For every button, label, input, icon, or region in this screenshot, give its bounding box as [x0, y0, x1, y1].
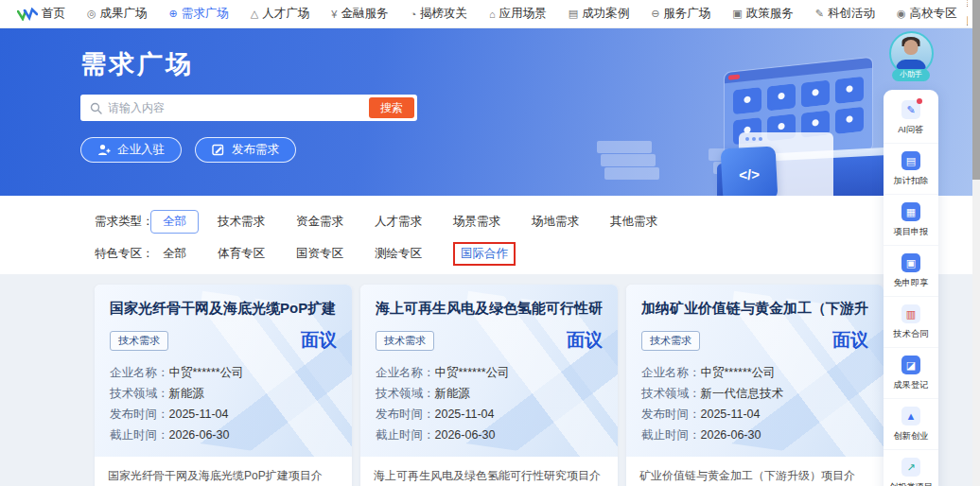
search-icon: [90, 102, 102, 114]
finance-icon: ¥: [331, 9, 337, 20]
field-company: 企业名称：中贸******公司: [110, 362, 337, 383]
filter-zone-international[interactable]: 国际合作: [461, 247, 508, 260]
nav-item-cases[interactable]: ▤ 成功案例: [569, 6, 629, 22]
demand-card-3[interactable]: 加纳矿业价值链与黄金加工（下游升... 技术需求 面议 企业名称：中贸*****…: [626, 285, 884, 486]
page-scrollbar-thumb[interactable]: [972, 0, 980, 180]
talents-icon: △: [251, 8, 258, 20]
field-publish-date: 发布时间：2025-11-04: [641, 404, 868, 425]
filter-type-all[interactable]: 全部: [150, 210, 199, 234]
filter-zone-all[interactable]: 全部: [163, 246, 186, 262]
publish-demand-label: 发布需求: [232, 142, 279, 158]
demands-icon: ⊕: [169, 8, 178, 20]
sidebar-item-venture-project[interactable]: ↗ 创投类项目: [884, 449, 938, 486]
search-bar: 搜索: [80, 95, 417, 121]
price-label: 面议: [301, 328, 337, 353]
assistant-badge[interactable]: 小助手: [892, 69, 930, 81]
enterprise-join-label: 企业入驻: [117, 142, 165, 158]
challenge-icon: ◔: [410, 9, 416, 20]
filter-zone-surveying[interactable]: 测绘专区: [375, 246, 422, 262]
card-title: 国家光纤骨干网及海底光缆PoP扩建: [110, 300, 337, 318]
policy-icon: ▣: [732, 8, 742, 20]
nav-item-policy[interactable]: ▣ 政策服务: [732, 6, 793, 22]
project-apply-icon: ▦: [901, 202, 920, 221]
demand-card-list: 国家光纤骨干网及海底光缆PoP扩建 技术需求 面议 企业名称：中贸******公…: [0, 274, 980, 486]
nav-item-demands[interactable]: ⊕ 需求广场: [169, 6, 229, 22]
demand-type-tag: 技术需求: [376, 331, 434, 351]
search-input[interactable]: [108, 101, 369, 114]
field-publish-date: 发布时间：2025-11-04: [110, 404, 337, 425]
nav-label: 成功案例: [582, 6, 629, 22]
nav-label: 应用场景: [499, 6, 547, 22]
filter-zone-stateowned[interactable]: 国资专区: [296, 246, 343, 262]
card-description: 海上可再生风电及绿色氢能可行性研究项目介绍：毛里塔尼亚大西洋沿岸具备优质海上风能…: [360, 457, 618, 486]
page-scrollbar-track[interactable]: [972, 0, 980, 486]
nav-label: 需求广场: [182, 6, 229, 22]
nav-label: 成果广场: [100, 6, 148, 22]
demand-card-1[interactable]: 国家光纤骨干网及海底光缆PoP扩建 技术需求 面议 企业名称：中贸******公…: [95, 285, 352, 486]
nav-label: 高校专区: [910, 6, 957, 22]
field-tech-area: 技术领域：新能源: [110, 383, 337, 404]
achievements-icon: ◎: [87, 8, 96, 20]
top-nav: 首页 ◎ 成果广场 ⊕ 需求广场 △ 人才广场 ¥ 金融服务 ◔ 揭榜攻关 ⌂ …: [0, 0, 980, 28]
field-deadline: 截止时间：2026-06-30: [376, 425, 603, 445]
nav-item-home[interactable]: 首页: [17, 6, 65, 22]
nav-label: 科创活动: [828, 6, 875, 22]
filter-type-site[interactable]: 场地需求: [532, 214, 579, 230]
filter-zone-sports[interactable]: 体育专区: [218, 246, 265, 262]
activities-icon: ✎: [815, 8, 824, 20]
tech-contract-icon: ▥: [901, 304, 920, 323]
demand-type-tag: 技术需求: [110, 331, 168, 351]
nav-item-activities[interactable]: ✎ 科创活动: [815, 6, 875, 22]
floating-sidebar: 小助手 ✎ AI问答 ▤ 加计扣除 ▦ 项目申报 ▣ 免申即享 ▥ 技术合同 ◪…: [882, 31, 940, 486]
filter-type-scenario[interactable]: 场景需求: [453, 214, 500, 230]
sidebar-item-tech-contract[interactable]: ▥ 技术合同: [884, 296, 938, 347]
cases-icon: ▤: [569, 8, 578, 20]
card-title: 海上可再生风电及绿色氢能可行性研究: [376, 300, 603, 318]
nav-item-university[interactable]: ◉ 高校专区: [897, 6, 957, 22]
nav-label: 人才广场: [262, 6, 309, 22]
nav-item-achievements[interactable]: ◎ 成果广场: [87, 6, 148, 22]
nav-item-services[interactable]: ⊖ 服务广场: [651, 6, 710, 22]
field-tech-area: 技术领域：新一代信息技术: [641, 383, 868, 404]
card-description: 国家光纤骨干网及海底光缆PoP扩建项目介绍：毛里塔尼亚的数字基础设施需要加速扩展…: [95, 457, 352, 486]
card-title: 加纳矿业价值链与黄金加工（下游升...: [641, 300, 868, 318]
nav-item-finance[interactable]: ¥ 金融服务: [331, 6, 388, 22]
filter-type-tech[interactable]: 技术需求: [218, 214, 265, 230]
sidebar-item-no-apply-benefit[interactable]: ▣ 免申即享: [884, 245, 938, 296]
price-label: 面议: [567, 328, 603, 353]
field-company: 企业名称：中贸******公司: [376, 362, 603, 383]
services-icon: ⊖: [651, 8, 659, 20]
person-plus-icon: [97, 144, 111, 156]
publish-demand-button[interactable]: 发布需求: [195, 137, 296, 163]
sidebar-item-achievement-register[interactable]: ◪ 成果登记: [884, 347, 938, 398]
nav-item-scenarios[interactable]: ⌂ 应用场景: [489, 6, 547, 22]
page-title: 需求广场: [80, 47, 980, 81]
filter-type-talent[interactable]: 人才需求: [375, 214, 422, 230]
sidebar-item-innovation[interactable]: ▲ 创新创业: [884, 398, 938, 449]
search-button[interactable]: 搜索: [369, 97, 414, 118]
hero-banner: </> 需求广场 搜索 企业入驻: [0, 28, 980, 196]
achievement-register-icon: ◪: [901, 356, 920, 374]
filter-type-other[interactable]: 其他需求: [610, 214, 657, 230]
scenarios-icon: ⌂: [489, 9, 496, 20]
field-deadline: 截止时间：2026-06-30: [110, 425, 337, 445]
filter-type-funding[interactable]: 资金需求: [296, 214, 343, 230]
enterprise-join-button[interactable]: 企业入驻: [80, 137, 182, 163]
special-zone-label: 特色专区：: [95, 246, 163, 262]
sidebar-item-tax-deduction[interactable]: ▤ 加计扣除: [884, 143, 938, 194]
demand-card-2[interactable]: 海上可再生风电及绿色氢能可行性研究 技术需求 面议 企业名称：中贸******公…: [360, 285, 618, 486]
sidebar-item-ai-qa[interactable]: ✎ AI问答: [884, 93, 938, 143]
site-logo-icon: [17, 8, 38, 21]
quick-tools-panel: ✎ AI问答 ▤ 加计扣除 ▦ 项目申报 ▣ 免申即享 ▥ 技术合同 ◪ 成果登…: [884, 90, 938, 486]
demand-type-filter-row: 需求类型： 全部 技术需求 资金需求 人才需求 场景需求 场地需求 其他需求: [95, 210, 980, 234]
nav-item-talents[interactable]: △ 人才广场: [251, 6, 309, 22]
sidebar-item-project-apply[interactable]: ▦ 项目申报: [884, 194, 938, 245]
venture-project-icon: ↗: [901, 458, 920, 477]
nav-item-challenge[interactable]: ◔ 揭榜攻关: [410, 6, 467, 22]
tax-deduction-icon: ▤: [901, 151, 920, 170]
price-label: 面议: [832, 328, 868, 353]
filter-panel: 需求类型： 全部 技术需求 资金需求 人才需求 场景需求 场地需求 其他需求 特…: [0, 196, 980, 274]
demand-type-tag: 技术需求: [641, 331, 700, 351]
card-description: 矿业价值链与黄金加工（下游升级）项目介绍：发展下游矿产加工基础设施，包括黄金精炼…: [626, 457, 884, 486]
ai-pen-icon: ✎: [901, 100, 920, 119]
